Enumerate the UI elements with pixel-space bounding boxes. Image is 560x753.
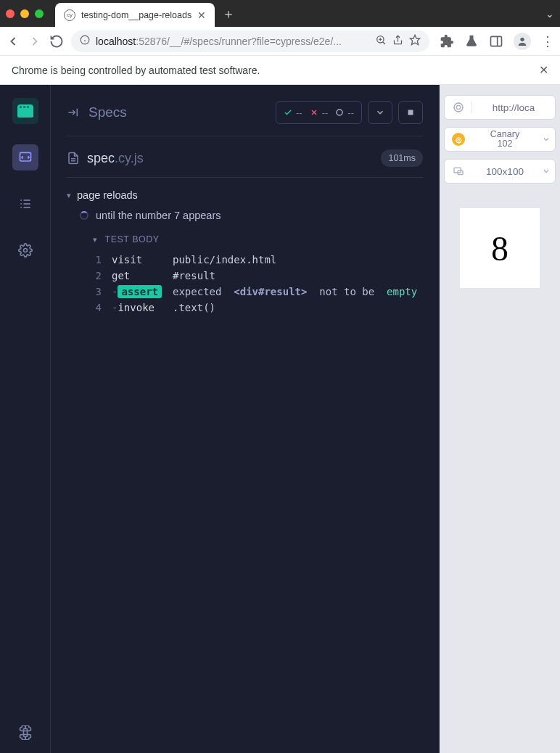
tab-title: testing-dom__page-reloads <box>81 10 192 20</box>
viewport-selector[interactable]: 100x100 <box>444 159 556 184</box>
tab-overflow-icon[interactable]: ⌄ <box>545 8 554 20</box>
svg-point-28 <box>454 103 463 112</box>
command-name: get <box>112 270 162 281</box>
nav-specs-icon[interactable] <box>12 144 38 170</box>
labs-icon[interactable] <box>464 34 479 49</box>
viewport-text: 100x100 <box>472 166 538 177</box>
command-row[interactable]: 1 visit public/index.html <box>67 252 423 268</box>
browser-label: Canary102 <box>472 130 538 149</box>
chevron-down-icon <box>538 135 555 144</box>
nav-settings-icon[interactable] <box>12 237 38 263</box>
stats-group: -- -- -- <box>276 101 423 124</box>
spec-filename: spec.cy.js <box>87 151 144 166</box>
options-dropdown-button[interactable] <box>368 101 392 124</box>
command-number: 1 <box>93 254 102 266</box>
pending-icon <box>335 108 344 117</box>
aut-url-text: http://loca <box>472 102 555 113</box>
window-minimize-dot[interactable] <box>20 9 29 18</box>
tab-favicon: cy <box>64 9 75 21</box>
command-name: -invoke <box>112 302 162 313</box>
aut-iframe-wrap: 8 <box>444 208 556 288</box>
stop-icon <box>406 108 415 117</box>
test-body-header[interactable]: ▾ TEST BODY <box>67 227 423 252</box>
running-spinner-icon <box>80 211 88 220</box>
describe-title: page reloads <box>77 189 138 201</box>
info-bar-text: Chrome is being controlled by automated … <box>12 65 260 76</box>
reporter-panel: Specs -- -- -- <box>51 85 440 753</box>
nav-runs-icon[interactable] <box>12 191 38 217</box>
specs-title-text: Specs <box>88 104 127 120</box>
caret-down-icon: ▾ <box>93 235 98 244</box>
reporter-header: Specs -- -- -- <box>67 101 423 136</box>
command-number: 3 <box>93 286 102 297</box>
nav-forward-icon <box>28 34 42 49</box>
toolbar-icons: ⋮ <box>440 33 554 50</box>
command-row[interactable]: 3 -assert expected <div#result> not to b… <box>67 284 423 300</box>
aut-result-value: 8 <box>491 229 508 268</box>
spec-file-row[interactable]: spec.cy.js 101ms <box>67 136 423 178</box>
svg-rect-34 <box>454 168 461 173</box>
it-block[interactable]: until the number 7 appears <box>67 204 423 227</box>
selector-playground-icon[interactable] <box>445 102 472 113</box>
it-title: until the number 7 appears <box>96 210 221 221</box>
stat-failed: -- <box>310 107 329 118</box>
sidepanel-icon[interactable] <box>489 34 503 49</box>
tab-close-icon[interactable]: ✕ <box>197 9 206 21</box>
specs-breadcrumb[interactable]: Specs <box>67 104 127 120</box>
command-name: visit <box>112 254 162 266</box>
stat-pending: -- <box>335 107 354 118</box>
aut-url-input[interactable]: http://loca <box>444 95 556 120</box>
bookmark-icon[interactable] <box>409 34 421 48</box>
svg-point-24 <box>337 110 342 115</box>
check-icon <box>284 108 292 117</box>
chevron-down-icon <box>538 167 555 176</box>
zoom-icon[interactable] <box>375 34 387 48</box>
caret-down-icon: ▾ <box>67 191 71 200</box>
command-row[interactable]: 4 -invoke .text() <box>67 300 423 316</box>
viewport-icon <box>445 165 472 177</box>
command-row[interactable]: 2 get #result <box>67 268 423 284</box>
command-name: -assert <box>112 286 162 297</box>
info-bar-close-icon[interactable]: ✕ <box>539 63 548 77</box>
test-list: ▾ page reloads until the number 7 appear… <box>67 178 423 316</box>
profile-avatar[interactable] <box>514 33 531 50</box>
command-message: #result <box>173 270 215 281</box>
aut-panel: http://loca ◎ Canary102 100x100 8 <box>440 85 560 753</box>
command-number: 4 <box>93 302 102 313</box>
command-number: 2 <box>93 270 102 281</box>
automation-info-bar: Chrome is being controlled by automated … <box>0 56 560 85</box>
describe-block[interactable]: ▾ page reloads <box>67 186 423 204</box>
extensions-icon[interactable] <box>440 34 454 49</box>
command-message: public/index.html <box>173 254 276 266</box>
test-stats: -- -- -- <box>276 101 362 124</box>
stop-button[interactable] <box>398 101 423 124</box>
stat-passed: -- <box>284 107 302 118</box>
browser-tab[interactable]: cy testing-dom__page-reloads ✕ <box>55 3 215 27</box>
cypress-logo-icon[interactable] <box>12 98 38 124</box>
omnibox-url: localhost:52876/__/#/specs/runner?file=c… <box>96 36 342 47</box>
browser-tab-strip: cy testing-dom__page-reloads ✕ ＋ ⌄ <box>0 0 560 27</box>
nav-back-icon[interactable] <box>6 34 20 49</box>
command-message: expected <div#result> not to be empty <box>173 286 417 297</box>
window-close-dot[interactable] <box>6 9 15 18</box>
window-maximize-dot[interactable] <box>35 9 44 18</box>
x-icon <box>310 108 318 117</box>
test-body-label: TEST BODY <box>105 234 160 244</box>
left-nav-rail <box>0 85 51 753</box>
chrome-menu-icon[interactable]: ⋮ <box>541 33 554 49</box>
site-info-icon[interactable] <box>80 35 90 47</box>
nav-reload-icon[interactable] <box>49 34 64 49</box>
keyboard-shortcuts-icon[interactable] <box>12 727 38 753</box>
svg-marker-8 <box>410 35 419 44</box>
omnibox[interactable]: localhost:52876/__/#/specs/runner?file=c… <box>71 30 429 52</box>
new-tab-button[interactable]: ＋ <box>222 5 235 22</box>
browser-selector[interactable]: ◎ Canary102 <box>444 127 556 152</box>
window-controls <box>6 9 44 18</box>
svg-rect-25 <box>408 110 413 115</box>
svg-line-6 <box>383 42 385 44</box>
browser-toolbar: localhost:52876/__/#/specs/runner?file=c… <box>0 27 560 56</box>
aut-iframe[interactable]: 8 <box>460 208 540 288</box>
svg-point-29 <box>456 105 460 109</box>
svg-point-19 <box>23 249 27 252</box>
share-icon[interactable] <box>392 35 403 48</box>
